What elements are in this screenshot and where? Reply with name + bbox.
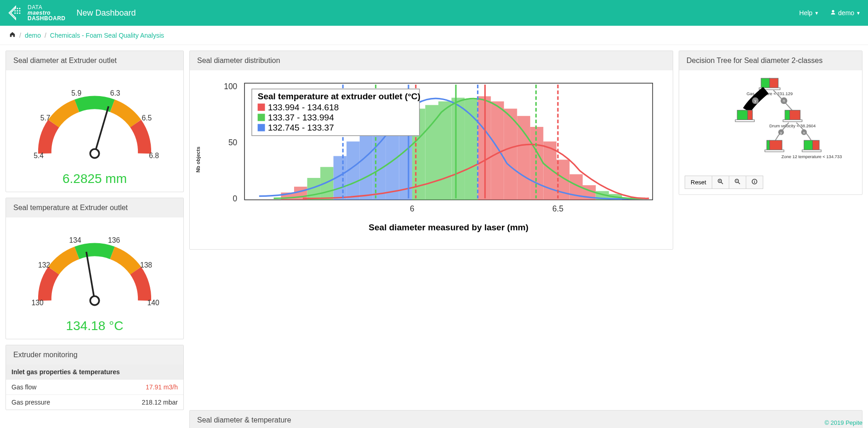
gauge-chart: 130 132 134 136 138 140 xyxy=(11,223,178,317)
svg-rect-94 xyxy=(767,140,770,151)
svg-text:6: 6 xyxy=(410,204,414,213)
home-icon xyxy=(9,32,16,39)
monitor-value: 17.91 m3/h xyxy=(146,383,178,391)
svg-rect-110 xyxy=(754,181,755,183)
decision-tree[interactable]: Gas pressure < 231.129 y n Drum velocity… xyxy=(685,76,857,171)
footer-copyright: © 2019 Pepite xyxy=(824,419,862,426)
breadcrumb-home[interactable] xyxy=(9,31,16,39)
svg-rect-84 xyxy=(748,110,752,121)
help-label: Help xyxy=(799,9,812,17)
svg-text:Gas pressure < 231.129: Gas pressure < 231.129 xyxy=(747,91,793,96)
chevron-down-icon: ▼ xyxy=(814,11,819,16)
svg-text:n: n xyxy=(783,98,785,103)
reset-button[interactable]: Reset xyxy=(685,176,712,189)
zoom-out-icon xyxy=(735,179,740,184)
panel-extruder-monitoring: Extruder monitoring Inlet gas properties… xyxy=(6,345,184,410)
info-button[interactable] xyxy=(746,176,763,189)
svg-rect-88 xyxy=(783,120,802,122)
svg-text:138: 138 xyxy=(140,261,152,269)
svg-line-106 xyxy=(738,182,740,184)
svg-rect-1 xyxy=(17,8,18,10)
svg-text:5.9: 5.9 xyxy=(71,89,81,97)
monitor-row: Gas pressure 218.12 mbar xyxy=(6,394,183,410)
svg-text:Zone 12 temperature < 134.733: Zone 12 temperature < 134.733 xyxy=(782,154,842,159)
svg-text:6.8: 6.8 xyxy=(149,152,159,160)
svg-rect-76 xyxy=(770,78,778,89)
panel-distribution: Seal diameter distribution Nb objects xyxy=(189,51,673,250)
svg-text:Seal diameter measured by lase: Seal diameter measured by laser (mm) xyxy=(369,223,528,232)
svg-text:n: n xyxy=(803,131,805,135)
svg-rect-86 xyxy=(785,110,789,121)
svg-rect-72 xyxy=(258,124,265,131)
svg-rect-8 xyxy=(14,12,16,14)
svg-rect-0 xyxy=(19,8,21,10)
svg-rect-68 xyxy=(258,103,265,111)
topbar: DATA maestro DASHBOARD New Dashboard Hel… xyxy=(0,0,868,26)
monitor-row: Gas flow 17.91 m3/h xyxy=(6,379,183,394)
svg-rect-39 xyxy=(452,98,465,200)
gauge-value: 6.2825 mm xyxy=(11,171,178,186)
svg-rect-29 xyxy=(320,167,334,200)
svg-rect-87 xyxy=(790,110,800,121)
distribution-chart[interactable]: 0 50 100 6 6.5 Seal temperature at extru… xyxy=(201,76,667,244)
svg-text:Drum velocity < 38.2604: Drum velocity < 38.2604 xyxy=(769,124,816,128)
svg-point-109 xyxy=(754,180,755,181)
svg-text:130: 130 xyxy=(31,299,43,307)
zoom-in-icon xyxy=(718,179,723,184)
svg-rect-85 xyxy=(735,120,755,122)
svg-point-16 xyxy=(90,149,99,158)
zoom-out-button[interactable] xyxy=(729,176,746,189)
panel-seal-temperature-gauge: Seal temperature at Extruder outlet 130 … xyxy=(6,198,184,339)
panel-timeseries: Seal diameter & temperature Seal diamete… xyxy=(189,410,862,428)
svg-text:Seal temperature at extruder o: Seal temperature at extruder outlet (°C) xyxy=(258,91,420,101)
svg-text:136: 136 xyxy=(108,237,120,245)
y-axis-label: Nb objects xyxy=(195,147,201,172)
svg-rect-44 xyxy=(517,116,530,200)
gauge-value: 134.18 °C xyxy=(11,319,178,333)
gauge-chart: 5.4 5.7 5.9 6.3 6.5 6.8 xyxy=(11,76,178,170)
svg-text:0: 0 xyxy=(233,194,238,203)
svg-text:6.5: 6.5 xyxy=(552,204,563,213)
user-label: demo xyxy=(838,9,854,17)
svg-point-24 xyxy=(90,296,99,305)
panel-title: Decision Tree for Seal diameter 2-classe… xyxy=(679,51,862,70)
svg-rect-4 xyxy=(17,10,18,12)
info-icon xyxy=(752,179,757,184)
svg-rect-38 xyxy=(438,102,452,200)
panel-title: Extruder monitoring xyxy=(6,345,183,365)
svg-rect-95 xyxy=(770,140,782,151)
svg-text:5.4: 5.4 xyxy=(34,152,44,160)
svg-text:133.994 - 134.618: 133.994 - 134.618 xyxy=(268,103,339,112)
svg-rect-2 xyxy=(19,10,21,12)
svg-rect-96 xyxy=(765,150,784,152)
breadcrumb-item[interactable]: Chemicals - Foam Seal Quality Analysis xyxy=(50,32,164,39)
monitor-label: Gas flow xyxy=(11,383,36,391)
panel-title: Seal temperature at Extruder outlet xyxy=(6,198,183,217)
svg-line-23 xyxy=(86,252,95,301)
svg-rect-97 xyxy=(804,140,813,151)
user-icon xyxy=(830,9,836,17)
panel-decision-tree: Decision Tree for Seal diameter 2-classe… xyxy=(679,51,862,195)
monitor-label: Gas pressure xyxy=(11,399,50,406)
svg-text:133.37 - 133.994: 133.37 - 133.994 xyxy=(268,113,334,122)
breadcrumb-item[interactable]: demo xyxy=(25,32,41,39)
breadcrumb-sep: / xyxy=(45,32,46,39)
svg-text:6.3: 6.3 xyxy=(110,89,120,97)
logo[interactable]: DATA maestro DASHBOARD xyxy=(7,5,66,21)
svg-rect-75 xyxy=(761,78,770,89)
svg-text:y: y xyxy=(780,131,782,135)
breadcrumb-sep: / xyxy=(19,32,21,39)
logo-text: DATA maestro DASHBOARD xyxy=(28,5,66,21)
svg-text:132: 132 xyxy=(38,261,50,269)
help-menu[interactable]: Help ▼ xyxy=(799,9,819,17)
svg-text:50: 50 xyxy=(228,138,238,147)
user-menu[interactable]: demo ▼ xyxy=(830,9,861,17)
tree-toolbar: Reset xyxy=(685,176,857,189)
svg-text:132.745 - 133.37: 132.745 - 133.37 xyxy=(268,123,334,132)
monitor-value: 218.12 mbar xyxy=(142,399,178,406)
svg-text:5.7: 5.7 xyxy=(40,114,51,122)
zoom-in-button[interactable] xyxy=(712,176,729,189)
svg-rect-70 xyxy=(258,114,265,121)
monitor-section-title: Inlet gas properties & temperatures xyxy=(6,365,183,379)
svg-rect-83 xyxy=(737,110,748,121)
